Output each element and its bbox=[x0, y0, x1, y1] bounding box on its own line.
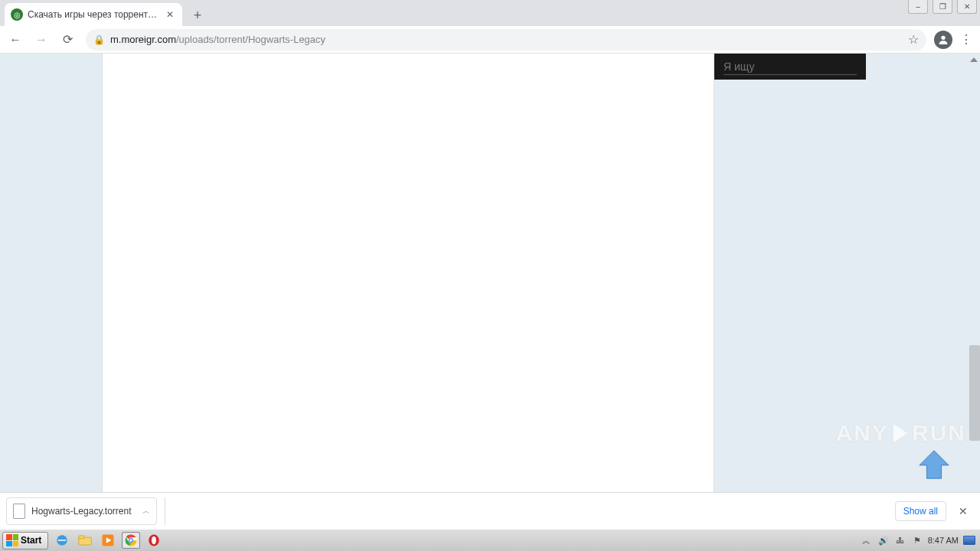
url-text: m.moreigr.com/uploads/torrent/Hogwarts-L… bbox=[110, 34, 325, 45]
start-label: Start bbox=[21, 535, 41, 546]
windows-flag-icon bbox=[6, 534, 18, 546]
download-shelf: Hogwarts-Legacy.torrent ︿ Show all ✕ bbox=[0, 492, 980, 529]
page-viewport: ANY RUN bbox=[0, 54, 980, 492]
watermark-left: ANY bbox=[836, 420, 889, 446]
tray-clock[interactable]: 8:47 AM bbox=[928, 536, 959, 545]
tab-favicon-icon: ◎ bbox=[11, 8, 23, 21]
taskbar-explorer-icon[interactable] bbox=[76, 532, 94, 549]
page-content-main bbox=[102, 54, 714, 492]
new-tab-button[interactable]: + bbox=[187, 5, 208, 26]
tab-close-icon[interactable]: ✕ bbox=[164, 8, 176, 21]
bookmark-star-icon[interactable]: ☆ bbox=[908, 32, 919, 47]
taskbar-chrome-icon[interactable] bbox=[122, 532, 140, 549]
back-button[interactable]: ← bbox=[5, 29, 26, 51]
show-desktop-button[interactable] bbox=[963, 536, 975, 545]
window-maximize[interactable]: ❐ bbox=[933, 0, 952, 14]
url-host: m.moreigr.com bbox=[110, 34, 176, 45]
svg-point-11 bbox=[152, 536, 156, 545]
site-search-box bbox=[714, 54, 866, 80]
taskbar-media-icon[interactable] bbox=[99, 532, 117, 549]
scrollbar-up-icon[interactable] bbox=[970, 57, 978, 62]
taskbar-ie-icon[interactable] bbox=[53, 532, 71, 549]
file-icon bbox=[13, 504, 25, 519]
window-close[interactable]: ✕ bbox=[957, 0, 977, 14]
show-all-downloads-button[interactable]: Show all bbox=[895, 501, 946, 521]
browser-toolbar: ← → ⟳ 🔒 m.moreigr.com/uploads/torrent/Ho… bbox=[0, 26, 980, 54]
lock-icon: 🔒 bbox=[93, 34, 104, 45]
system-tray: ︽ 🔊 🖧 ⚑ 8:47 AM bbox=[856, 534, 980, 546]
tab-strip: ◎ Скачать игры через торрент бесп ✕ + bbox=[0, 0, 980, 26]
close-download-shelf-icon[interactable]: ✕ bbox=[952, 500, 974, 522]
svg-point-9 bbox=[130, 539, 133, 542]
window-minimize[interactable]: – bbox=[908, 0, 928, 14]
download-separator bbox=[165, 497, 165, 525]
site-search-input[interactable] bbox=[724, 59, 857, 75]
tray-volume-icon[interactable]: 🔊 bbox=[877, 534, 890, 546]
tray-flag-icon[interactable]: ⚑ bbox=[911, 534, 923, 546]
download-chevron-icon[interactable]: ︿ bbox=[142, 506, 150, 517]
svg-rect-4 bbox=[79, 536, 85, 539]
svg-marker-1 bbox=[920, 451, 949, 478]
back-to-top-button[interactable] bbox=[916, 446, 952, 481]
browser-tab[interactable]: ◎ Скачать игры через торрент бесп ✕ bbox=[5, 3, 182, 26]
address-bar[interactable]: 🔒 m.moreigr.com/uploads/torrent/Hogwarts… bbox=[86, 29, 926, 51]
tray-show-hidden-icon[interactable]: ︽ bbox=[861, 534, 873, 546]
windows-taskbar: Start ︽ 🔊 🖧 ⚑ 8:47 AM bbox=[0, 529, 980, 551]
download-item[interactable]: Hogwarts-Legacy.torrent ︿ bbox=[6, 497, 157, 525]
anyrun-watermark: ANY RUN bbox=[836, 420, 966, 446]
profile-avatar-icon[interactable] bbox=[934, 31, 952, 49]
taskbar-opera-icon[interactable] bbox=[145, 532, 163, 549]
tray-network-icon[interactable]: 🖧 bbox=[894, 534, 906, 546]
reload-button[interactable]: ⟳ bbox=[57, 29, 78, 51]
download-filename: Hogwarts-Legacy.torrent bbox=[31, 506, 132, 517]
svg-point-0 bbox=[941, 35, 945, 39]
play-icon bbox=[893, 424, 907, 442]
watermark-right: RUN bbox=[912, 420, 966, 446]
start-button[interactable]: Start bbox=[2, 532, 48, 549]
scrollbar-thumb[interactable] bbox=[969, 345, 980, 441]
tab-title: Скачать игры через торрент бесп bbox=[28, 9, 159, 20]
forward-button[interactable]: → bbox=[31, 29, 52, 51]
url-path: /uploads/torrent/Hogwarts-Legacy bbox=[176, 34, 325, 45]
chrome-menu-button[interactable]: ⋮ bbox=[957, 31, 975, 49]
